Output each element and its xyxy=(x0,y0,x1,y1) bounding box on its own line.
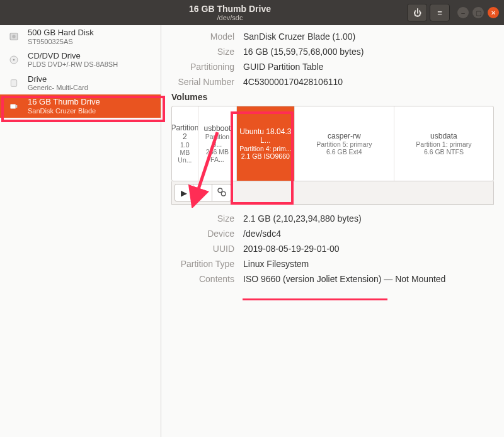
label-size: Size xyxy=(171,47,234,57)
drive-menu-button[interactable]: ≡ xyxy=(430,4,450,21)
label-serial: Serial Number xyxy=(171,77,234,87)
partition-info: Partition 1: primary xyxy=(416,140,471,148)
partition-name: Partition 2 xyxy=(172,123,198,141)
value-part-size: 2.1 GB (2,10,23,94,880 bytes) xyxy=(243,213,362,224)
device-name: 16 GB Thumb Drive xyxy=(28,97,156,107)
partition-info2: 256 MB FA... xyxy=(201,148,234,163)
value-model: SanDisk Cruzer Blade (1.00) xyxy=(243,31,355,42)
partition-info2: 6.6 GB Ext4 xyxy=(326,148,362,156)
hamburger-icon: ≡ xyxy=(437,8,442,18)
volume-toolbar: ▶ − xyxy=(171,181,494,205)
thumb-drive-icon xyxy=(5,98,23,115)
device-sub: SanDisk Cruzer Blade xyxy=(28,107,156,115)
volumes-heading: Volumes xyxy=(171,92,494,102)
partition-casper-rw[interactable]: casper-rw Partition 5: primary 6.6 GB Ex… xyxy=(294,106,394,181)
delete-partition-button[interactable]: − xyxy=(193,184,212,201)
partition-usbboot[interactable]: usbboot Partition 3... 256 MB FA... xyxy=(198,106,236,181)
device-name: 500 GB Hard Disk xyxy=(28,28,156,38)
sidebar-item-thumb-drive[interactable]: 16 GB Thumb Drive SanDisk Cruzer Blade xyxy=(0,94,161,118)
device-sub: ST9500325AS xyxy=(28,38,156,46)
window-title: 16 GB Thumb Drive xyxy=(55,4,404,14)
partition-info2: 6.6 GB NTFS xyxy=(424,148,464,156)
value-size: 16 GB (15,59,75,68,000 bytes) xyxy=(243,47,364,57)
value-partitioning: GUID Partition Table xyxy=(243,62,323,72)
sidebar-item-optical[interactable]: CD/DVD Drive PLDS DVD+/-RW DS-8A8SH xyxy=(0,48,161,72)
svg-point-7 xyxy=(218,188,222,193)
value-part-contents: ISO 9660 (version Joliet Extension) — No… xyxy=(243,274,445,284)
gears-icon xyxy=(217,187,227,199)
value-part-type: Linux Filesystem xyxy=(243,259,309,269)
partition-info: Partition 4: prim... xyxy=(239,145,291,152)
partition-info: Partition 5: primary xyxy=(316,140,372,148)
device-sub: PLDS DVD+/-RW DS-8A8SH xyxy=(28,60,156,69)
value-part-device: /dev/sdc4 xyxy=(243,229,281,239)
value-serial: 4C530000170428106110 xyxy=(243,77,343,87)
minus-icon: − xyxy=(200,188,205,198)
svg-rect-4 xyxy=(11,80,16,87)
label-part-uuid: UUID xyxy=(171,244,234,254)
partition-name: Ubuntu 18.04.3 L... xyxy=(239,127,292,145)
power-icon: ⏻ xyxy=(413,8,421,18)
partition-info: 1.0 MB Un... xyxy=(175,141,195,164)
window-maximize[interactable]: ▢ xyxy=(472,7,484,18)
value-part-uuid: 2019-08-05-19-29-01-00 xyxy=(243,244,340,254)
device-name: Drive xyxy=(28,74,156,84)
sidebar-item-hdd[interactable]: 500 GB Hard Disk ST9500325AS xyxy=(0,25,161,48)
partition-info: Partition 3... xyxy=(201,133,234,148)
svg-rect-5 xyxy=(11,104,16,108)
partition-ubuntu[interactable]: Ubuntu 18.04.3 L... Partition 4: prim...… xyxy=(236,106,294,181)
window-minimize[interactable]: – xyxy=(457,7,469,18)
svg-rect-6 xyxy=(16,105,18,108)
partition-name: usbboot xyxy=(204,124,231,133)
label-partitioning: Partitioning xyxy=(171,62,234,72)
sidebar-item-card-reader[interactable]: Drive Generic- Multi-Card xyxy=(0,72,161,95)
partition-usbdata[interactable]: usbdata Partition 1: primary 6.6 GB NTFS xyxy=(394,106,493,181)
device-name: CD/DVD Drive xyxy=(28,51,156,61)
play-icon: ▶ xyxy=(181,188,187,198)
partition-name: usbdata xyxy=(430,132,457,140)
window-close[interactable]: ✕ xyxy=(488,7,499,18)
partition-map: Partition 2 1.0 MB Un... usbboot Partiti… xyxy=(171,106,494,181)
hdd-icon xyxy=(5,28,23,45)
label-part-contents: Contents xyxy=(171,274,234,284)
label-part-device: Device xyxy=(171,229,234,239)
partition-name: casper-rw xyxy=(328,132,361,140)
disc-icon xyxy=(5,51,23,69)
svg-point-8 xyxy=(221,191,226,196)
card-reader-icon xyxy=(5,74,23,92)
label-part-type: Partition Type xyxy=(171,259,234,269)
partition-info2: 2.1 GB ISO9660 xyxy=(241,152,290,160)
power-button[interactable]: ⏻ xyxy=(407,4,427,21)
window-subtitle: /dev/sdc xyxy=(55,14,404,22)
label-part-size: Size xyxy=(171,213,234,224)
content-pane: Model SanDisk Cruzer Blade (1.00) Size 1… xyxy=(161,25,504,437)
partition-options-button[interactable] xyxy=(212,184,231,201)
partition-2[interactable]: Partition 2 1.0 MB Un... xyxy=(172,106,198,181)
device-sub: Generic- Multi-Card xyxy=(28,84,156,92)
mount-button[interactable]: ▶ xyxy=(175,184,193,201)
titlebar: 16 GB Thumb Drive /dev/sdc ⏻ ≡ – ▢ ✕ xyxy=(0,0,504,25)
device-sidebar: 500 GB Hard Disk ST9500325AS CD/DVD Driv… xyxy=(0,25,161,437)
svg-point-3 xyxy=(13,59,15,61)
label-model: Model xyxy=(171,31,234,42)
svg-point-1 xyxy=(12,35,15,38)
